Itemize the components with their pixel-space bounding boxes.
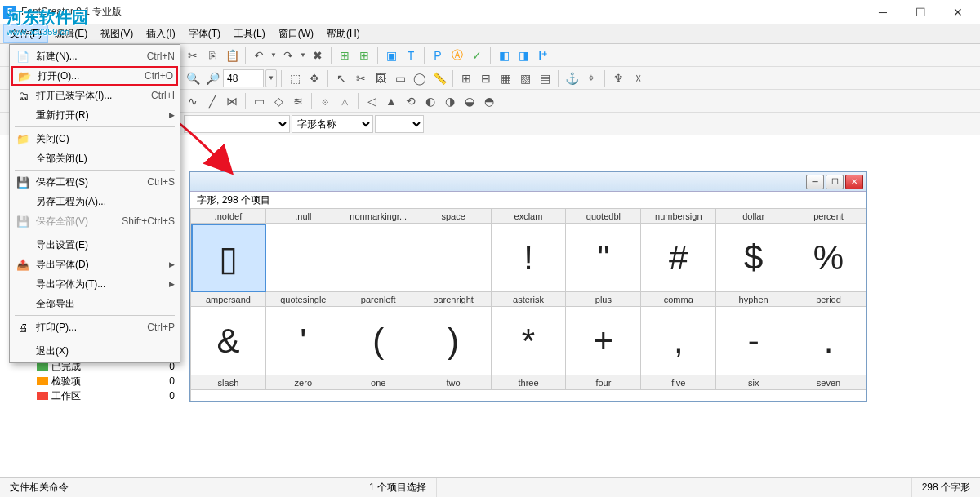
glyph-header[interactable]: percent	[791, 209, 866, 224]
glyph-name-combo[interactable]: 字形名称	[292, 115, 373, 133]
menu-tools[interactable]: 工具(L)	[227, 24, 272, 43]
menu-edit[interactable]: 编辑(E)	[48, 24, 94, 43]
glyph-header[interactable]: parenleft	[341, 292, 416, 307]
glyph-cell[interactable]: .	[791, 307, 866, 375]
menu-exit[interactable]: 退出(X)	[11, 341, 178, 361]
info-icon[interactable]: I⁺	[534, 47, 552, 64]
menu-save-as[interactable]: 另存工程为(A)...	[11, 192, 178, 211]
menu-export-settings[interactable]: 导出设置(E)	[11, 235, 178, 255]
glyph-cell-notdef[interactable]: ▯	[191, 224, 266, 292]
undo-icon[interactable]: ↶	[250, 47, 268, 64]
glyph-cell[interactable]: )	[416, 307, 492, 375]
minimize-button[interactable]: ─	[864, 0, 902, 24]
glyph-cell[interactable]	[341, 224, 416, 292]
menu-close[interactable]: 📁 关闭(C)	[11, 129, 178, 149]
tree-item-review[interactable]: 检验项 0	[12, 374, 180, 388]
glyph-header[interactable]: slash	[191, 375, 266, 390]
layer-icon[interactable]: ▭	[250, 92, 268, 110]
glyph-header[interactable]: parenright	[416, 292, 492, 307]
branch-icon[interactable]: ♆	[609, 69, 627, 87]
move-icon[interactable]: ✥	[305, 69, 323, 87]
glyph-header[interactable]: period	[791, 292, 866, 307]
menu-reopen[interactable]: 重新打开(R) ▶	[11, 105, 178, 125]
tree-item-workspace[interactable]: 工作区 0	[12, 388, 180, 403]
a-icon[interactable]: Ⓐ	[448, 47, 466, 64]
glyph-header[interactable]: seven	[791, 375, 866, 390]
undo-dropdown-icon[interactable]: ▼	[270, 47, 278, 64]
flip-v-icon[interactable]: ▲	[382, 92, 400, 110]
glyph-header[interactable]: comma	[641, 292, 716, 307]
grid2-icon[interactable]: ⊟	[477, 69, 495, 87]
glyph-cell[interactable]: '	[266, 307, 341, 375]
glyph-cell[interactable]	[416, 224, 492, 292]
menu-export-font[interactable]: 📤 导出字体(D) ▶	[11, 255, 178, 274]
glyph-header[interactable]: dollar	[716, 209, 791, 224]
guides2-icon[interactable]: ▧	[516, 69, 534, 87]
grid-icon[interactable]: ⊞	[457, 69, 475, 87]
combo-1[interactable]	[184, 115, 290, 133]
paint-icon[interactable]: ≋	[289, 92, 307, 110]
menu-save-all[interactable]: 💾 保存全部(V) Shift+Ctrl+S	[11, 211, 178, 231]
glyph-cell[interactable]: +	[566, 307, 641, 375]
rotate-icon[interactable]: ⟲	[402, 92, 420, 110]
menu-file[interactable]: 文件(F)	[3, 24, 48, 43]
rect-icon[interactable]: ▭	[391, 69, 409, 87]
maximize-button[interactable]: ☐	[902, 0, 939, 24]
mdi-close-button[interactable]: ✕	[845, 175, 863, 189]
glyph-cell[interactable]: ,	[641, 307, 716, 375]
paste-icon[interactable]: 📋	[223, 47, 241, 64]
glyph-header[interactable]: four	[566, 375, 641, 390]
glyph-header[interactable]: .null	[266, 209, 341, 224]
tool1-icon[interactable]: ⟐	[316, 92, 334, 110]
zoom-value-input[interactable]	[223, 69, 264, 87]
zoom-dropdown-icon[interactable]: ▼	[265, 69, 277, 87]
glyph-header[interactable]: one	[341, 375, 416, 390]
glyph-header[interactable]: three	[492, 375, 567, 390]
flip-h-icon[interactable]: ◁	[363, 92, 381, 110]
metrics-icon[interactable]: ▤	[536, 69, 554, 87]
anchor-icon[interactable]: ⚓	[563, 69, 581, 87]
menu-save[interactable]: 💾 保存工程(S) Ctrl+S	[11, 172, 178, 192]
line-icon[interactable]: ╱	[203, 92, 221, 110]
glyph-header[interactable]: ampersand	[191, 292, 266, 307]
glyph-header[interactable]: hyphen	[716, 292, 791, 307]
delete-icon[interactable]: ✖	[309, 47, 327, 64]
text-icon[interactable]: T	[402, 47, 420, 64]
zoom-in-icon[interactable]: 🔍	[184, 69, 202, 87]
menu-open-installed[interactable]: 🗂 打开已装字体(I)... Ctrl+I	[11, 86, 178, 105]
erase-icon[interactable]: ◇	[270, 92, 287, 110]
glyph-header[interactable]: .notdef	[191, 209, 266, 224]
glyph-header[interactable]: quotesingle	[266, 292, 341, 307]
glyph-header[interactable]: exclam	[492, 209, 567, 224]
menu-window[interactable]: 窗口(W)	[272, 24, 320, 43]
glyph-cell[interactable]: !	[492, 224, 567, 292]
node-icon[interactable]: ⋈	[223, 92, 241, 110]
snap-icon[interactable]: ⌖	[582, 69, 600, 87]
glyph-header[interactable]: numbersign	[641, 209, 716, 224]
menu-close-all[interactable]: 全部关闭(L)	[11, 149, 178, 168]
combo-3[interactable]	[375, 115, 424, 133]
menu-export-all[interactable]: 全部导出	[11, 294, 178, 313]
glyph-cell[interactable]	[266, 224, 341, 292]
preview2-icon[interactable]: ◨	[514, 47, 532, 64]
measure-icon[interactable]: 📏	[430, 69, 448, 87]
menu-open[interactable]: 📂 打开(O)... Ctrl+O	[11, 66, 178, 86]
menu-insert[interactable]: 插入(I)	[140, 24, 181, 43]
mdi-maximize-button[interactable]: ☐	[826, 175, 844, 189]
close-button[interactable]: ✕	[939, 0, 977, 24]
select-icon[interactable]: ⬚	[286, 69, 304, 87]
image-icon[interactable]: 🖼	[372, 69, 390, 87]
menu-font[interactable]: 字体(T)	[182, 24, 227, 43]
menu-new[interactable]: 📄 新建(N)... Ctrl+N	[11, 47, 178, 66]
glyph-header[interactable]: nonmarkingr...	[341, 209, 416, 224]
p-icon[interactable]: P	[429, 47, 447, 64]
glyph-header[interactable]: asterisk	[492, 292, 567, 307]
preview-icon[interactable]: ◧	[495, 47, 513, 64]
new-glyph-icon[interactable]: ⊞	[336, 47, 354, 64]
guides-icon[interactable]: ▦	[497, 69, 514, 87]
window-icon[interactable]: ▣	[382, 47, 400, 64]
menu-view[interactable]: 视图(V)	[94, 24, 140, 43]
glyph-cell[interactable]: (	[341, 307, 416, 375]
tool6-icon[interactable]: ◓	[480, 92, 498, 110]
glyph-cell[interactable]: %	[791, 224, 866, 292]
